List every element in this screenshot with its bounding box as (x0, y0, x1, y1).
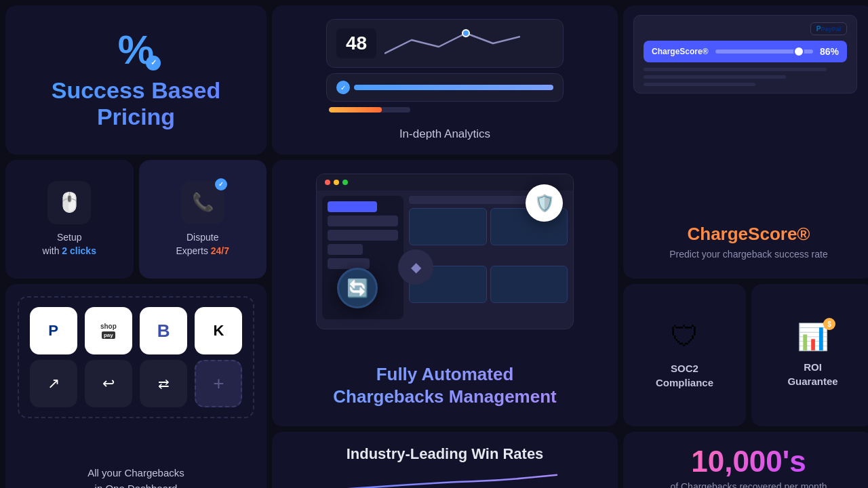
soc2-label: SOC2Compliance (656, 361, 713, 390)
main-grid: % ✓ Success BasedPricing 48 (0, 0, 868, 488)
chargescore-title: ChargeScore® (688, 224, 810, 245)
setup-card: 🖱️ Setup with 2 clicks (5, 160, 134, 279)
dispute-label: Dispute Experts 24/7 (176, 231, 229, 258)
diamond-icon-overlay: ◆ (398, 249, 433, 285)
automated-card: 🛡️ 🔄 ◆ Fully AutomatedChargebacks Manage… (272, 160, 618, 426)
integration-7: ⇄ (140, 360, 187, 407)
analytics-card: 48 ✓ (272, 5, 618, 155)
roi-icon-wrap: 📊 $ (797, 322, 829, 352)
analytics-number: 48 (336, 28, 376, 58)
setup-label: Setup with 2 clicks (43, 231, 96, 258)
setup-dispute-row: 🖱️ Setup with 2 clicks 📞 ✓ Dispute Exper… (5, 160, 267, 279)
soc2-icon: 🛡 (671, 321, 699, 353)
dispute-card: 📞 ✓ Dispute Experts 24/7 (139, 160, 267, 279)
braintree-integration: B (140, 307, 187, 354)
tenk-number: 10,000's (691, 447, 806, 476)
chargescore-card: PPayPal ChargeScore® 86% ChargeScore® (623, 5, 868, 279)
check-badge: ✓ (146, 56, 161, 70)
paypal-badge: PPayPal (810, 22, 847, 35)
refresh-icon-overlay: 🔄 (337, 268, 378, 308)
shopify-integration: shoppay (85, 307, 132, 354)
tenk-card: 10,000's of Chargebacks recovered per mo… (623, 432, 868, 488)
integrations-container: P shoppay B K ↗ (18, 296, 254, 418)
automated-title: Fully AutomatedChargebacks Management (333, 363, 556, 407)
paypal-integration: P (30, 307, 77, 354)
analytics-title: In-depth Analytics (399, 127, 490, 141)
dollar-badge: $ (823, 318, 835, 330)
more-integrations[interactable]: + (195, 360, 242, 407)
chargescore-visual: PPayPal ChargeScore® 86% (633, 15, 864, 94)
svg-point-0 (462, 30, 469, 37)
soc2-card: 🛡 SOC2Compliance (623, 284, 746, 426)
score-slider: ChargeScore® 86% (644, 41, 847, 62)
cursor-icon: 🖱️ (58, 191, 81, 214)
pricing-title: Success BasedPricing (52, 77, 221, 130)
dispute-icon-wrap: 📞 ✓ (181, 181, 224, 224)
integration-5: ↗ (30, 360, 77, 407)
winrates-card: Industry-Leading Win Rates (272, 432, 618, 488)
tenk-description: of Chargebacks recovered per month (670, 481, 827, 488)
pricing-card: % ✓ Success BasedPricing (5, 5, 267, 155)
integration-6: ↩ (85, 360, 132, 407)
analytics-chart (384, 26, 520, 60)
analytics-visual: 48 ✓ (326, 19, 564, 113)
roi-label: ROIGuarantee (787, 360, 837, 388)
win-rates-chart (292, 472, 597, 488)
setup-icon-wrap: 🖱️ (47, 181, 91, 224)
check-overlay: ✓ (215, 178, 227, 190)
soc2-roi-row: 🛡 SOC2Compliance 📊 $ ROIGuarantee (623, 284, 868, 426)
dashboard-footer: All your Chargebacksin One Dashboard (87, 466, 184, 488)
phone-icon: 📞 (192, 192, 214, 213)
integration-grid: P shoppay B K ↗ (28, 307, 243, 407)
chargescore-description: Predict your chargeback success rate (669, 249, 827, 260)
roi-card: 📊 $ ROIGuarantee (751, 284, 868, 426)
winrates-title: Industry-Leading Win Rates (347, 445, 544, 463)
klarna-integration: K (195, 307, 242, 354)
automated-visual: 🛡️ 🔄 ◆ (316, 174, 574, 329)
dashboard-card: P shoppay B K ↗ (5, 284, 267, 488)
shield-icon-overlay: 🛡️ (526, 184, 563, 222)
